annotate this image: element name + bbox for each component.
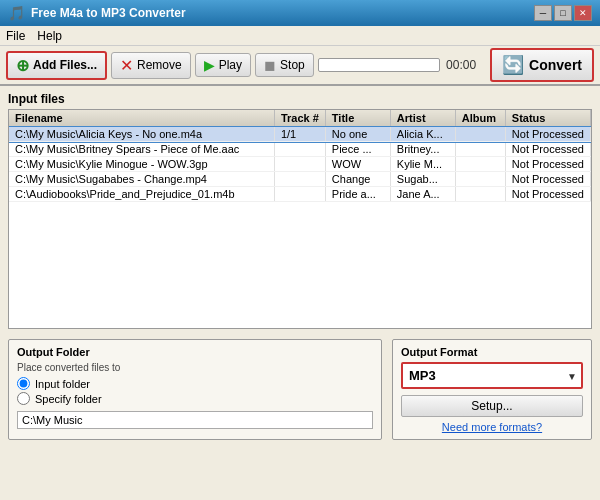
cell-title: Pride a... xyxy=(325,187,390,202)
output-folder-panel: Output Folder Place converted files to I… xyxy=(8,339,382,440)
col-artist: Artist xyxy=(390,110,455,127)
stop-icon: ◼ xyxy=(264,57,276,73)
play-icon: ▶ xyxy=(204,57,215,73)
radio-input-folder[interactable] xyxy=(17,377,30,390)
cell-status: Not Processed xyxy=(505,187,590,202)
add-files-label: Add Files... xyxy=(33,58,97,72)
table-row[interactable]: C:\My Music\Sugababes - Change.mp4Change… xyxy=(9,172,591,187)
table-row[interactable]: C:\Audiobooks\Pride_and_Prejudice_01.m4b… xyxy=(9,187,591,202)
cell-album xyxy=(455,142,505,157)
remove-label: Remove xyxy=(137,58,182,72)
cell-track xyxy=(274,142,325,157)
table-header-row: Filename Track # Title Artist Album Stat… xyxy=(9,110,591,127)
toolbar: ⊕ Add Files... ✕ Remove ▶ Play ◼ Stop 00… xyxy=(0,46,600,86)
cell-track xyxy=(274,172,325,187)
play-label: Play xyxy=(219,58,242,72)
cell-track xyxy=(274,187,325,202)
col-title: Title xyxy=(325,110,390,127)
cell-album xyxy=(455,127,505,142)
cell-filename: C:\Audiobooks\Pride_and_Prejudice_01.m4b xyxy=(9,187,274,202)
add-icon: ⊕ xyxy=(16,56,29,75)
maximize-button[interactable]: □ xyxy=(554,5,572,21)
table-row[interactable]: C:\My Music\Kylie Minogue - WOW.3gpWOWKy… xyxy=(9,157,591,172)
table-row[interactable]: C:\My Music\Britney Spears - Piece of Me… xyxy=(9,142,591,157)
output-path-input[interactable] xyxy=(17,411,373,429)
radio-input-folder-row: Input folder xyxy=(17,377,373,390)
add-files-button[interactable]: ⊕ Add Files... xyxy=(6,51,107,80)
output-format-panel: Output Format MP3 WAV OGG AAC FLAC ▼ Set… xyxy=(392,339,592,440)
bottom-area: Output Folder Place converted files to I… xyxy=(8,339,592,440)
format-select[interactable]: MP3 WAV OGG AAC FLAC xyxy=(403,364,581,387)
remove-icon: ✕ xyxy=(120,56,133,75)
progress-area: 00:00 xyxy=(318,58,486,72)
stop-label: Stop xyxy=(280,58,305,72)
cell-filename: C:\My Music\Alicia Keys - No one.m4a xyxy=(9,127,274,142)
input-files-label: Input files xyxy=(8,92,592,106)
convert-label: Convert xyxy=(529,57,582,73)
cell-track: 1/1 xyxy=(274,127,325,142)
close-button[interactable]: ✕ xyxy=(574,5,592,21)
title-bar: 🎵 Free M4a to MP3 Converter ─ □ ✕ xyxy=(0,0,600,26)
output-folder-subtitle: Place converted files to xyxy=(17,362,373,373)
play-button[interactable]: ▶ Play xyxy=(195,53,251,77)
minimize-button[interactable]: ─ xyxy=(534,5,552,21)
cell-title: WOW xyxy=(325,157,390,172)
progress-bar xyxy=(318,58,440,72)
file-table: Filename Track # Title Artist Album Stat… xyxy=(9,110,591,202)
format-select-wrapper: MP3 WAV OGG AAC FLAC ▼ xyxy=(401,362,583,389)
col-track: Track # xyxy=(274,110,325,127)
time-display: 00:00 xyxy=(446,58,486,72)
cell-status: Not Processed xyxy=(505,127,590,142)
more-formats-link[interactable]: Need more formats? xyxy=(401,421,583,433)
stop-button[interactable]: ◼ Stop xyxy=(255,53,314,77)
menu-help[interactable]: Help xyxy=(37,29,62,43)
col-album: Album xyxy=(455,110,505,127)
col-status: Status xyxy=(505,110,590,127)
col-filename: Filename xyxy=(9,110,274,127)
cell-filename: C:\My Music\Sugababes - Change.mp4 xyxy=(9,172,274,187)
cell-status: Not Processed xyxy=(505,157,590,172)
cell-album xyxy=(455,187,505,202)
cell-track xyxy=(274,157,325,172)
cell-title: No one xyxy=(325,127,390,142)
menu-file[interactable]: File xyxy=(6,29,25,43)
radio-specify-folder-row: Specify folder xyxy=(17,392,373,405)
cell-album xyxy=(455,157,505,172)
cell-artist: Kylie M... xyxy=(390,157,455,172)
output-format-title: Output Format xyxy=(401,346,583,358)
cell-filename: C:\My Music\Britney Spears - Piece of Me… xyxy=(9,142,274,157)
cell-artist: Britney... xyxy=(390,142,455,157)
app-title: Free M4a to MP3 Converter xyxy=(31,6,186,20)
convert-icon: 🔄 xyxy=(502,54,524,76)
cell-status: Not Processed xyxy=(505,142,590,157)
cell-album xyxy=(455,172,505,187)
table-row[interactable]: C:\My Music\Alicia Keys - No one.m4a1/1N… xyxy=(9,127,591,142)
window-controls: ─ □ ✕ xyxy=(534,5,592,21)
radio-specify-folder-label: Specify folder xyxy=(35,393,102,405)
app-icon: 🎵 xyxy=(8,5,25,21)
menu-bar: File Help xyxy=(0,26,600,46)
cell-artist: Alicia K... xyxy=(390,127,455,142)
remove-button[interactable]: ✕ Remove xyxy=(111,52,191,79)
file-table-container: Filename Track # Title Artist Album Stat… xyxy=(8,109,592,329)
output-folder-title: Output Folder xyxy=(17,346,373,358)
cell-artist: Jane A... xyxy=(390,187,455,202)
convert-button[interactable]: 🔄 Convert xyxy=(490,48,594,82)
cell-filename: C:\My Music\Kylie Minogue - WOW.3gp xyxy=(9,157,274,172)
cell-status: Not Processed xyxy=(505,172,590,187)
cell-title: Change xyxy=(325,172,390,187)
radio-specify-folder[interactable] xyxy=(17,392,30,405)
main-content: Input files Filename Track # Title Artis… xyxy=(0,86,600,500)
cell-title: Piece ... xyxy=(325,142,390,157)
cell-artist: Sugab... xyxy=(390,172,455,187)
setup-button[interactable]: Setup... xyxy=(401,395,583,417)
radio-input-folder-label: Input folder xyxy=(35,378,90,390)
